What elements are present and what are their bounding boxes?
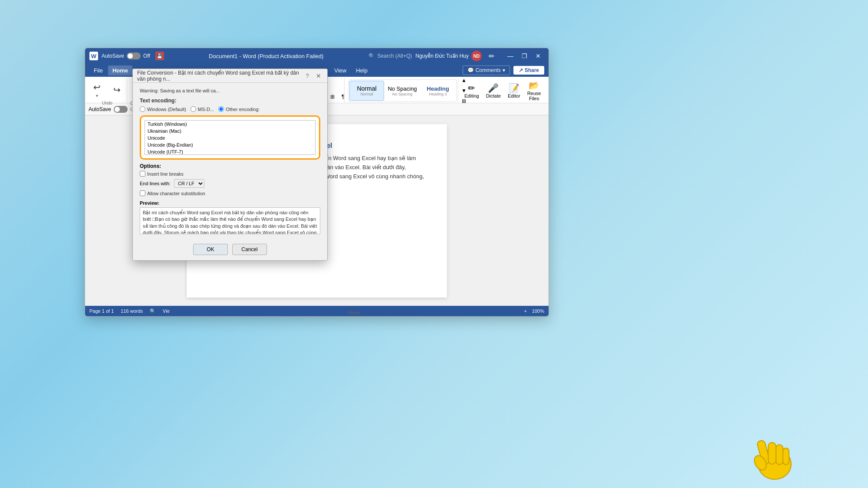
radio-other-label[interactable]: Other encoding: xyxy=(218,106,260,112)
autosave-state: Off xyxy=(143,53,150,59)
dialog-footer: OK Cancel xyxy=(133,244,327,260)
dialog-warning: Warning: Saving as a text file will ca..… xyxy=(140,88,320,93)
document-title: Document1 - Word (Product Activation Fai… xyxy=(168,53,365,59)
svg-rect-1 xyxy=(756,440,770,465)
language: Vie xyxy=(163,308,170,314)
insert-line-breaks-label[interactable]: Insert line breaks xyxy=(140,171,320,177)
dialog-body: Warning: Saving as a text file will ca..… xyxy=(133,83,327,244)
svg-rect-2 xyxy=(768,442,776,464)
dictate-button[interactable]: 🎤 Dictate xyxy=(483,81,503,100)
svg-point-5 xyxy=(752,453,769,472)
reuse-icon: 📂 xyxy=(529,80,539,91)
radio-msdos-label[interactable]: MS-D... xyxy=(191,106,214,112)
style-heading3[interactable]: Heading Heading 3 xyxy=(421,81,455,101)
encoding-item-turkish[interactable]: Turkish (Windows) xyxy=(145,121,315,128)
hand-cursor xyxy=(746,427,799,484)
editor-button[interactable]: 📝 Editor xyxy=(505,81,523,100)
insert-line-breaks-checkbox[interactable] xyxy=(140,171,145,177)
window-controls: — ❐ ✕ xyxy=(504,52,544,60)
ok-button[interactable]: OK xyxy=(193,244,228,255)
radio-windows[interactable] xyxy=(140,106,145,112)
cancel-button[interactable]: Cancel xyxy=(232,244,267,255)
allow-substitution-checkbox[interactable] xyxy=(140,190,145,196)
dialog-title-bar: File Conversion - Bật mí cách chuyển Wor… xyxy=(133,69,327,83)
autosave-toggle2[interactable] xyxy=(114,106,128,113)
end-lines-row: End lines with: CR / LF xyxy=(140,179,320,188)
dialog-help-button[interactable]: ? xyxy=(303,72,312,80)
encoding-area: Turkish (Windows) Ukrainian (Mac) Unicod… xyxy=(140,115,320,160)
radio-windows-label[interactable]: Windows (Default) xyxy=(140,106,186,112)
encoding-item-unicode-big-endian[interactable]: Unicode (Big-Endian) xyxy=(145,141,315,148)
status-bar: Page 1 of 1 116 words 🔍 Vie + 100% xyxy=(85,306,549,316)
encoding-item-ukrainian-mac[interactable]: Ukrainian (Mac) xyxy=(145,128,315,134)
autosave-toggle[interactable] xyxy=(127,52,141,59)
comments-button[interactable]: 💬 Comments ▾ xyxy=(463,66,510,75)
encoding-item-unicode-utf7[interactable]: Unicode (UTF-7) xyxy=(145,148,315,155)
menu-right: 💬 Comments ▾ ↗ Share xyxy=(463,66,544,75)
menu-view[interactable]: View xyxy=(330,66,351,75)
save-icon: 💾 xyxy=(155,52,164,60)
undo-button[interactable]: ↩ ▾ xyxy=(88,79,107,100)
word-count: 116 words xyxy=(121,308,143,314)
svg-rect-4 xyxy=(783,448,789,465)
style-no-spacing[interactable]: No Spacing No Spacing xyxy=(385,81,420,101)
user-name: Nguyễn Đức Tuấn Huy xyxy=(415,53,469,59)
menu-home[interactable]: Home xyxy=(108,66,132,75)
microphone-icon: 🎤 xyxy=(488,83,499,93)
page-info: Page 1 of 1 xyxy=(89,308,114,314)
share-button[interactable]: ↗ Share xyxy=(513,66,544,75)
word-icon: W xyxy=(89,52,98,60)
editing-button[interactable]: ✏ Editing xyxy=(462,81,482,100)
encoding-item-unicode[interactable]: Unicode xyxy=(145,134,315,141)
end-lines-label: End lines with: xyxy=(140,181,171,186)
preview-box: Bật mí cách chuyển Word sang Excel mà bấ… xyxy=(140,207,320,234)
styles-panel: Normal Normal No Spacing No Spacing Head… xyxy=(348,79,457,102)
undo-icon: ↩ xyxy=(91,81,103,93)
dialog-title: File Conversion - Bật mí cách chuyển Wor… xyxy=(137,70,300,82)
share-icon: ↗ xyxy=(519,67,523,73)
pen-icon[interactable]: ✏ xyxy=(485,52,497,60)
editing-icon: ✏ xyxy=(468,83,475,93)
zoom-level: 100% xyxy=(532,308,544,314)
text-encoding-label: Text encoding: xyxy=(140,98,320,104)
encoding-radio-group: Windows (Default) MS-D... Other encoding… xyxy=(140,106,320,112)
restore-button[interactable]: ❐ xyxy=(518,52,530,60)
svg-rect-3 xyxy=(776,445,783,465)
radio-msdos[interactable] xyxy=(191,106,196,112)
minimize-button[interactable]: — xyxy=(504,52,516,60)
search-bar: 🔍 Search (Alt+Q) xyxy=(368,53,412,59)
borders-button[interactable]: ⊞ xyxy=(328,92,337,102)
dialog-close-button[interactable]: ✕ xyxy=(314,72,323,80)
avatar: ND xyxy=(471,51,482,61)
ribbon-undo-group: ↩ ▾ ↪ Undo xyxy=(88,79,127,103)
encoding-list[interactable]: Turkish (Windows) Ukrainian (Mac) Unicod… xyxy=(145,120,316,155)
status-right: + 100% xyxy=(524,308,544,314)
editor-icon: 📝 xyxy=(509,83,519,93)
voice-group: ✏ Editing 🎤 Dictate 📝 Editor 📂 Reuse Fil… xyxy=(459,79,546,103)
redo-button[interactable]: ↪ xyxy=(108,82,127,98)
allow-substitution-label[interactable]: Allow character substitution xyxy=(140,190,320,196)
autosave-label2: AutoSave xyxy=(89,106,111,112)
style-normal[interactable]: Normal Normal xyxy=(349,81,384,101)
chevron-down-icon: ▾ xyxy=(503,67,505,73)
undo-group-label: Undo xyxy=(102,101,112,105)
autosave-area: AutoSave Off xyxy=(102,52,150,59)
styles-label: Styles xyxy=(348,311,360,315)
title-bar: W AutoSave Off 💾 Document1 - Word (Produ… xyxy=(85,48,549,64)
end-lines-select[interactable]: CR / LF xyxy=(174,179,204,188)
file-conversion-dialog: File Conversion - Bật mí cách chuyển Wor… xyxy=(132,69,328,261)
autosave-label: AutoSave xyxy=(102,53,124,59)
zoom-in-icon[interactable]: + xyxy=(524,308,526,314)
menu-help[interactable]: Help xyxy=(352,66,372,75)
svg-point-0 xyxy=(758,449,791,479)
reuse-files-button[interactable]: 📂 Reuse Files xyxy=(525,79,544,103)
speech-icon: 💬 xyxy=(467,67,474,73)
close-button[interactable]: ✕ xyxy=(532,52,544,60)
radio-other[interactable] xyxy=(218,106,224,112)
spell-check-icon: 🔍 xyxy=(150,308,156,314)
styles-group: Normal Normal No Spacing No Spacing Head… xyxy=(345,79,458,103)
menu-file[interactable]: File xyxy=(89,66,107,75)
redo-icon: ↪ xyxy=(111,84,123,96)
user-info: Nguyễn Đức Tuấn Huy ND xyxy=(415,51,482,61)
preview-label: Preview: xyxy=(140,200,320,206)
